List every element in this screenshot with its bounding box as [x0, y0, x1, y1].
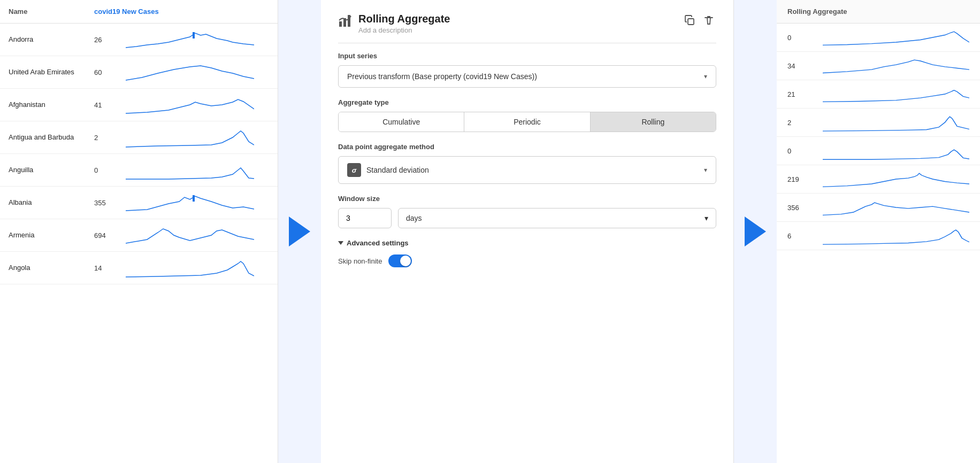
- right-spark-chart: [823, 141, 969, 160]
- right-spark-chart: [823, 198, 969, 217]
- right-table-row: 356: [777, 194, 980, 222]
- row-country-name: Albania: [0, 187, 86, 219]
- panel-header: Rolling Aggregate Add a description: [338, 13, 716, 34]
- spark-chart: [126, 127, 254, 148]
- table-row: Angola14: [0, 252, 278, 284]
- table-row: Antigua and Barbuda2: [0, 121, 278, 154]
- right-data-panel: Rolling Aggregate 03421202193566: [777, 0, 980, 463]
- window-unit-chevron: ▾: [705, 214, 708, 222]
- right-table-row: 6: [777, 222, 980, 250]
- panel-description[interactable]: Add a description: [358, 26, 676, 34]
- window-unit-dropdown[interactable]: days ▾: [398, 208, 716, 228]
- right-row-value: 219: [787, 175, 814, 183]
- panel-title: Rolling Aggregate: [358, 13, 676, 25]
- arrow-shape-left: [289, 217, 310, 246]
- spark-chart: [126, 192, 254, 213]
- row-country-name: Andorra: [0, 24, 86, 56]
- row-value: 694: [86, 219, 117, 252]
- right-row-value: 34: [787, 62, 814, 70]
- row-country-name: United Arab Emirates: [0, 56, 86, 89]
- data-point-method-dropdown[interactable]: σ Standard deviation ▾: [338, 156, 716, 184]
- right-spark-chart: [823, 169, 969, 189]
- table-row: Albania355: [0, 187, 278, 219]
- method-chevron: ▾: [704, 166, 707, 174]
- spark-chart: [126, 257, 254, 279]
- header-divider: [338, 43, 716, 43]
- row-country-name: Antigua and Barbuda: [0, 121, 86, 154]
- sigma-icon: σ: [347, 163, 361, 177]
- right-spark-chart: [823, 226, 969, 245]
- window-unit-label: days: [406, 214, 700, 222]
- right-row-value: 21: [787, 90, 814, 98]
- table-row: Andorra26: [0, 24, 278, 56]
- input-series-chevron: ▾: [704, 73, 707, 80]
- agg-btn-periodic[interactable]: Periodic: [464, 112, 589, 132]
- advanced-settings-toggle[interactable]: Advanced settings: [338, 239, 716, 247]
- right-arrow: [734, 0, 777, 463]
- right-table-row: 0: [777, 137, 980, 165]
- advanced-settings-label: Advanced settings: [347, 239, 409, 247]
- center-config-panel: Rolling Aggregate Add a description Inpu…: [321, 0, 734, 463]
- right-row-value: 6: [787, 232, 814, 240]
- table-row: United Arab Emirates60: [0, 56, 278, 89]
- row-value: 26: [86, 24, 117, 56]
- window-size-row: days ▾: [338, 208, 716, 228]
- window-size-label: Window size: [338, 195, 716, 203]
- aggregate-type-label: Aggregate type: [338, 98, 716, 106]
- left-arrow: [278, 0, 321, 463]
- row-value: 355: [86, 187, 117, 219]
- table-row: Anguilla0: [0, 154, 278, 187]
- right-table-row: 0: [777, 24, 980, 52]
- right-panel-title: Rolling Aggregate: [777, 0, 980, 24]
- delete-button[interactable]: [701, 13, 716, 30]
- title-block: Rolling Aggregate Add a description: [358, 13, 676, 34]
- rolling-aggregate-icon: [338, 14, 352, 31]
- table-row: Afghanistan41: [0, 89, 278, 121]
- right-table-row: 219: [777, 165, 980, 194]
- row-value: 41: [86, 89, 117, 121]
- triangle-down-icon: [338, 241, 343, 245]
- agg-btn-rolling[interactable]: Rolling: [590, 112, 716, 132]
- svg-rect-5: [688, 19, 694, 25]
- right-spark-chart: [823, 28, 969, 47]
- right-row-value: 2: [787, 119, 814, 127]
- row-country-name: Anguilla: [0, 154, 86, 187]
- advanced-settings-section: Advanced settings Skip non-finite: [338, 239, 716, 267]
- copy-button[interactable]: [682, 13, 697, 30]
- spark-chart: [126, 159, 254, 181]
- input-series-dropdown[interactable]: Previous transform (Base property (covid…: [338, 65, 716, 88]
- row-country-name: Afghanistan: [0, 89, 86, 121]
- svg-rect-2: [339, 21, 342, 27]
- right-row-value: 0: [787, 147, 814, 155]
- right-spark-chart: [823, 84, 969, 104]
- skip-non-finite-row: Skip non-finite: [338, 254, 716, 267]
- data-point-label: Data point aggregate method: [338, 143, 716, 151]
- toggle-knob: [400, 256, 411, 266]
- right-row-value: 0: [787, 34, 814, 42]
- row-country-name: Angola: [0, 252, 86, 284]
- row-country-name: Armenia: [0, 219, 86, 252]
- row-value: 60: [86, 56, 117, 89]
- right-table-row: 21: [777, 80, 980, 109]
- right-table-row: 2: [777, 109, 980, 137]
- spark-chart: [126, 61, 254, 83]
- right-table-row: 34: [777, 52, 980, 80]
- table-row: Armenia694: [0, 219, 278, 252]
- row-value: 0: [86, 154, 117, 187]
- agg-btn-cumulative[interactable]: Cumulative: [339, 112, 464, 132]
- spark-chart: [126, 29, 254, 50]
- panel-actions: [682, 13, 716, 30]
- arrow-shape-right: [745, 217, 766, 246]
- skip-non-finite-toggle[interactable]: [388, 254, 412, 267]
- window-size-input[interactable]: [338, 208, 392, 228]
- col-header-name: Name: [0, 0, 86, 24]
- right-spark-chart: [823, 113, 969, 132]
- row-value: 14: [86, 252, 117, 284]
- col-header-value: covid19 New Cases: [86, 0, 278, 24]
- input-series-label: Input series: [338, 52, 716, 60]
- right-row-value: 356: [787, 204, 814, 212]
- spark-chart: [126, 94, 254, 115]
- skip-non-finite-label: Skip non-finite: [338, 257, 382, 265]
- right-spark-chart: [823, 56, 969, 75]
- spark-chart: [126, 225, 254, 246]
